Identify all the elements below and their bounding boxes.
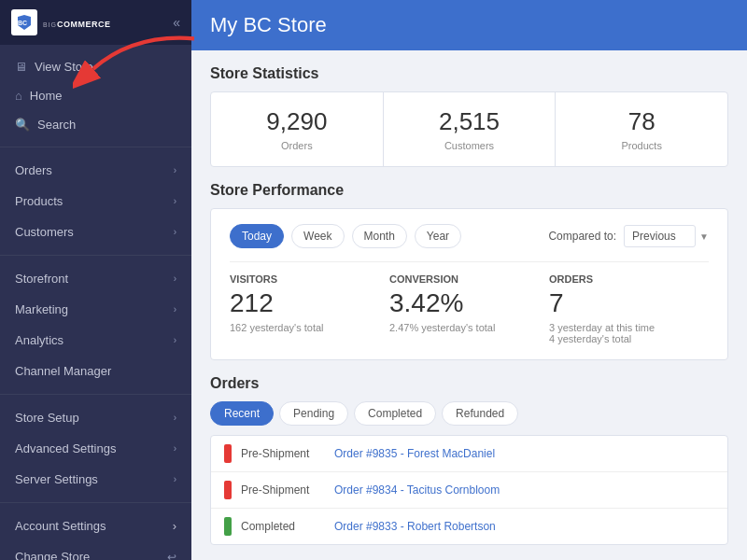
sidebar-item-channel-manager[interactable]: Channel Manager [0,356,191,386]
chevron-right-icon: › [174,196,176,206]
customers-label: Customers [402,140,537,151]
sidebar-item-orders[interactable]: Orders › [0,155,191,186]
sidebar-item-storefront[interactable]: Storefront › [0,263,191,294]
monitor-icon: 🖥 [15,60,27,74]
metric-orders: Orders 7 3 yesterday at this time 4 yest… [549,273,709,344]
sidebar: BC BIGCOMMERCE « 🖥 View Store ⌂ Home 🔍 S… [0,0,191,560]
status-dot-red [224,481,232,499]
orders-list: Pre-Shipment Order #9835 - Forest MacDan… [210,435,728,545]
tab-year[interactable]: Year [415,224,461,248]
bigcommerce-logo-icon: BC [15,13,34,32]
main-header: My BC Store [191,0,747,50]
status-dot-red [224,444,232,463]
change-store-icon: ↩ [167,551,176,561]
stat-customers: 2,515 Customers [384,92,557,166]
orders-tab-completed[interactable]: Completed [354,401,436,426]
performance-title: Store Performance [210,182,728,199]
sidebar-item-change-store[interactable]: Change Store ↩ [0,541,191,560]
sidebar-section-settings: Store Setup › Advanced Settings › Server… [0,395,191,503]
customers-count: 2,515 [402,107,537,136]
chevron-right-icon: › [174,443,176,454]
orders-tab-pending[interactable]: Pending [279,401,348,426]
search-icon: 🔍 [15,118,30,132]
collapse-sidebar-button[interactable]: « [173,15,180,30]
chevron-right-icon: › [174,335,176,345]
status-dot-green [224,517,232,536]
performance-metrics: Visitors 212 162 yesterday's total Conve… [230,261,709,344]
performance-card: Today Week Month Year Compared to: Previ… [210,208,728,360]
store-performance-section: Store Performance Today Week Month Year … [210,182,728,360]
products-label: Products [574,140,709,151]
orders-tabs: Recent Pending Completed Refunded [210,401,728,426]
sidebar-item-server-settings[interactable]: Server Settings › [0,464,191,495]
table-row: Completed Order #9833 - Robert Robertson [211,509,727,544]
chevron-right-icon: › [174,413,176,423]
stat-products: 78 Products [556,92,727,166]
orders-tab-refunded[interactable]: Refunded [442,401,518,426]
stats-row: 9,290 Orders 2,515 Customers 78 Products [210,91,728,167]
metric-conversion: Conversion 3.42% 2.47% yesterday's total [389,273,549,344]
compared-select[interactable]: Previous [624,225,696,247]
compared-label: Compared to: [548,230,616,243]
home-icon: ⌂ [15,89,22,103]
sidebar-top-links: 🖥 View Store ⌂ Home 🔍 Search [0,45,191,147]
sidebar-item-advanced-settings[interactable]: Advanced Settings › [0,433,191,464]
order-link[interactable]: Order #9833 - Robert Robertson [334,520,496,533]
sidebar-item-store-setup[interactable]: Store Setup › [0,402,191,433]
sidebar-bottom-links: Account Settings › Change Store ↩ Log Ou… [0,503,191,560]
orders-tab-recent[interactable]: Recent [210,401,274,426]
logo: BC BIGCOMMERCE [11,9,111,35]
chevron-right-icon: › [174,165,176,175]
products-count: 78 [574,107,709,136]
sidebar-item-marketing[interactable]: Marketing › [0,294,191,325]
order-link[interactable]: Order #9834 - Tacitus Cornbloom [334,483,500,497]
main-content-area: My BC Store Store Statistics 9,290 Order… [191,0,747,560]
store-statistics-section: Store Statistics 9,290 Orders 2,515 Cust… [210,65,728,167]
svg-text:BC: BC [18,20,27,26]
sidebar-item-products[interactable]: Products › [0,186,191,217]
statistics-title: Store Statistics [210,65,728,82]
order-link[interactable]: Order #9835 - Forest MacDaniel [334,447,495,460]
orders-section-title: Orders [210,375,728,392]
sidebar-item-account-settings[interactable]: Account Settings › [0,511,191,541]
sidebar-home[interactable]: ⌂ Home [0,81,191,110]
tab-today[interactable]: Today [230,224,284,248]
orders-count: 9,290 [230,107,364,136]
sidebar-section-orders-products: Orders › Products › Customers › [0,147,191,256]
table-row: Pre-Shipment Order #9835 - Forest MacDan… [211,436,727,472]
sidebar-section-marketing: Storefront › Marketing › Analytics › Cha… [0,256,191,395]
chevron-right-icon: › [174,227,176,237]
tab-week[interactable]: Week [291,224,344,248]
sidebar-view-store[interactable]: 🖥 View Store [0,52,191,81]
sidebar-search[interactable]: 🔍 Search [0,110,191,139]
performance-tabs-row: Today Week Month Year Compared to: Previ… [230,224,709,248]
sidebar-header: BC BIGCOMMERCE « [0,0,191,45]
page-title: My BC Store [210,13,728,37]
sidebar-item-customers[interactable]: Customers › [0,217,191,247]
tab-month[interactable]: Month [352,224,407,248]
chevron-right-icon: › [174,273,176,284]
main-body: Store Statistics 9,290 Orders 2,515 Cust… [191,50,747,560]
orders-label: Orders [230,140,364,151]
orders-section: Orders Recent Pending Completed Refunded… [210,375,728,545]
table-row: Pre-Shipment Order #9834 - Tacitus Cornb… [211,472,727,509]
chevron-right-icon: › [174,474,176,484]
metric-visitors: Visitors 212 162 yesterday's total [230,273,389,344]
chevron-right-icon: › [174,304,176,315]
chevron-right-icon: › [173,519,176,533]
chevron-down-icon: ▼ [699,231,709,242]
stat-orders: 9,290 Orders [211,92,384,166]
sidebar-item-analytics[interactable]: Analytics › [0,325,191,356]
